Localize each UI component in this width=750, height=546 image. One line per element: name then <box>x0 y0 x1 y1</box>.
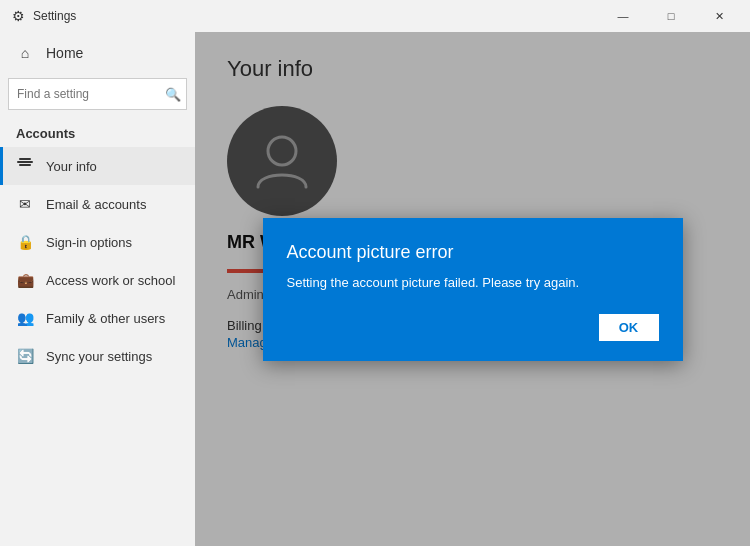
sidebar-item-sign-in[interactable]: 🔒 Sign-in options <box>0 223 195 261</box>
dialog-buttons: OK <box>287 314 659 341</box>
dialog-overlay: Account picture error Setting the accoun… <box>195 32 750 546</box>
settings-app-icon: ⚙ <box>12 8 25 24</box>
minimize-button[interactable]: — <box>600 0 646 32</box>
briefcase-icon: 💼 <box>16 271 34 289</box>
content-area: ⌂ Home 🔍 Accounts Your info <box>0 32 750 546</box>
title-bar: ⚙ Settings — □ ✕ <box>0 0 750 32</box>
search-icon: 🔍 <box>165 87 181 102</box>
main-content: Your info MR WHISPERS @hotmail.com Admin… <box>195 32 750 546</box>
email-icon: ✉ <box>16 195 34 213</box>
search-box: 🔍 <box>8 78 187 110</box>
title-bar-left: ⚙ Settings <box>12 8 76 24</box>
your-info-icon <box>16 157 34 175</box>
lock-icon: 🔒 <box>16 233 34 251</box>
maximize-button[interactable]: □ <box>648 0 694 32</box>
sync-icon: 🔄 <box>16 347 34 365</box>
sidebar-item-label: Sign-in options <box>46 235 132 250</box>
dialog-ok-button[interactable]: OK <box>599 314 659 341</box>
sidebar-item-email-accounts[interactable]: ✉ Email & accounts <box>0 185 195 223</box>
error-dialog: Account picture error Setting the accoun… <box>263 218 683 361</box>
people-icon: 👥 <box>16 309 34 327</box>
svg-rect-0 <box>19 158 31 160</box>
sidebar-item-access-work[interactable]: 💼 Access work or school <box>0 261 195 299</box>
sidebar-item-family-users[interactable]: 👥 Family & other users <box>0 299 195 337</box>
settings-window: ⚙ Settings — □ ✕ ⌂ Home 🔍 Accounts <box>0 0 750 546</box>
close-button[interactable]: ✕ <box>696 0 742 32</box>
svg-rect-2 <box>19 164 31 166</box>
sidebar-item-your-info[interactable]: Your info <box>0 147 195 185</box>
sidebar-section-header: Accounts <box>0 122 195 147</box>
dialog-title: Account picture error <box>287 242 659 263</box>
sidebar-item-label: Sync your settings <box>46 349 152 364</box>
dialog-message: Setting the account picture failed. Plea… <box>287 275 659 290</box>
window-title: Settings <box>33 9 76 23</box>
svg-rect-1 <box>17 161 33 163</box>
sidebar-item-sync-settings[interactable]: 🔄 Sync your settings <box>0 337 195 375</box>
search-input[interactable] <box>8 78 187 110</box>
home-icon: ⌂ <box>16 44 34 62</box>
sidebar-item-label: Email & accounts <box>46 197 146 212</box>
sidebar-item-label: Family & other users <box>46 311 165 326</box>
sidebar-item-label: Access work or school <box>46 273 175 288</box>
title-bar-controls: — □ ✕ <box>600 0 742 32</box>
home-label: Home <box>46 45 83 61</box>
sidebar-item-label: Your info <box>46 159 97 174</box>
sidebar: ⌂ Home 🔍 Accounts Your info <box>0 32 195 546</box>
sidebar-home[interactable]: ⌂ Home <box>0 32 195 74</box>
